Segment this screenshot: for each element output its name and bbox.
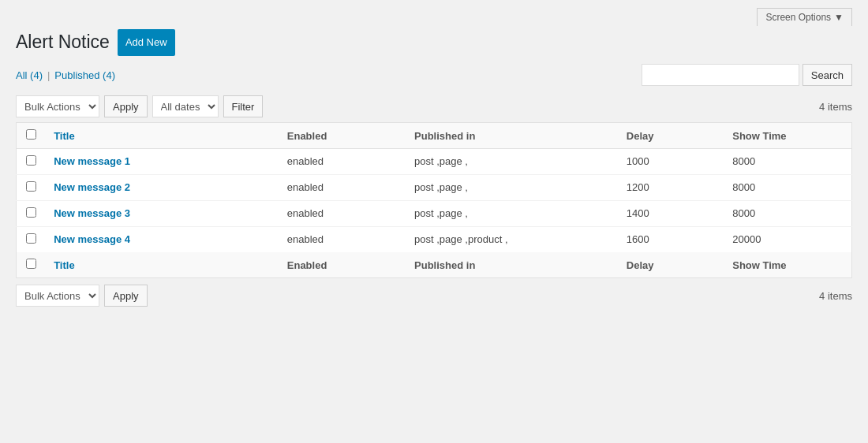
row-checkbox[interactable] [26,181,36,192]
table-row: New message 2 enabled post ,page , 1200 … [17,175,852,201]
page-header: Alert Notice Add New [16,29,852,56]
row-showtime-cell: 8000 [724,149,851,175]
row-published-cell: post ,page , [406,175,619,201]
row-delay-cell: 1400 [619,201,724,227]
screen-options-chevron: ▼ [834,12,844,23]
select-all-th-bottom [17,252,47,278]
select-all-checkbox-bottom[interactable] [26,259,36,269]
tablenav-top: Bulk Actions Apply All dates Filter 4 it… [16,95,852,117]
row-title-link[interactable]: New message 2 [54,181,130,193]
table-head-row: Title Enabled Published in Delay Show Ti… [17,123,852,149]
row-showtime-cell: 8000 [724,175,851,201]
filter-all-count: (4) [30,69,43,81]
filter-links: All (4) | Published (4) [16,69,115,81]
col-header-title: Title [46,123,279,149]
col-header-published-in: Published in [406,123,619,149]
row-title-link[interactable]: New message 4 [54,233,130,245]
filter-published-label: Published [54,69,99,81]
row-checkbox-cell [17,175,47,201]
row-delay-cell: 1200 [619,175,724,201]
select-all-checkbox[interactable] [26,129,36,140]
filter-all-label: All [16,69,27,81]
row-checkbox[interactable] [26,155,36,166]
col-header-show-time: Show Time [724,123,851,149]
row-published-cell: post ,page ,product , [406,227,619,253]
page-title: Alert Notice [16,31,110,54]
top-section: All (4) | Published (4) Search [16,64,852,92]
col-title-link[interactable]: Title [54,130,75,142]
items-count-top: 4 items [819,101,852,113]
search-box: Search [642,64,852,86]
col-footer-enabled: Enabled [279,252,406,278]
filter-button-top[interactable]: Filter [223,95,264,117]
tablenav-bottom: Bulk Actions Apply 4 items [16,285,852,307]
row-title-cell: New message 3 [46,201,279,227]
col-header-delay: Delay [619,123,724,149]
table-row: New message 3 enabled post ,page , 1400 … [17,201,852,227]
row-showtime-cell: 8000 [724,201,851,227]
col-footer-delay: Delay [619,252,724,278]
dates-select-top[interactable]: All dates [152,95,219,117]
col-footer-title: Title [46,252,279,278]
col-footer-show-time: Show Time [724,252,851,278]
row-delay-cell: 1000 [619,149,724,175]
table-head: Title Enabled Published in Delay Show Ti… [17,123,852,149]
col-header-enabled: Enabled [279,123,406,149]
select-all-th [17,123,47,149]
search-button[interactable]: Search [803,64,852,86]
row-checkbox[interactable] [26,207,36,218]
row-checkbox-cell [17,227,47,253]
row-title-cell: New message 2 [46,175,279,201]
table-body: New message 1 enabled post ,page , 1000 … [17,149,852,253]
tablenav-left-bottom: Bulk Actions Apply [16,285,148,307]
add-new-button[interactable]: Add New [118,29,175,56]
screen-options-button[interactable]: Screen Options ▼ [757,8,852,26]
row-enabled-cell: enabled [279,175,406,201]
row-published-cell: post ,page , [406,149,619,175]
filter-all-link[interactable]: All (4) [16,69,43,81]
search-input[interactable] [642,64,799,86]
row-title-link[interactable]: New message 1 [54,155,130,167]
table-foot: Title Enabled Published in Delay Show Ti… [17,252,852,278]
table-row: New message 1 enabled post ,page , 1000 … [17,149,852,175]
items-count-bottom: 4 items [819,290,852,302]
bulk-actions-select-top[interactable]: Bulk Actions [16,95,99,117]
col-footer-published-in: Published in [406,252,619,278]
table-row: New message 4 enabled post ,page ,produc… [17,227,852,253]
filter-published-count: (4) [103,69,115,81]
row-checkbox[interactable] [26,233,36,244]
tablenav-left-top: Bulk Actions Apply All dates Filter [16,95,263,117]
posts-table: Title Enabled Published in Delay Show Ti… [16,122,852,278]
row-checkbox-cell [17,149,47,175]
row-showtime-cell: 20000 [724,227,851,253]
row-title-cell: New message 1 [46,149,279,175]
row-enabled-cell: enabled [279,149,406,175]
row-delay-cell: 1600 [619,227,724,253]
screen-options-label: Screen Options [765,12,831,23]
apply-button-top[interactable]: Apply [104,95,148,117]
filter-separator: | [47,69,50,81]
row-enabled-cell: enabled [279,227,406,253]
row-title-link[interactable]: New message 3 [54,207,130,219]
table-foot-row: Title Enabled Published in Delay Show Ti… [17,252,852,278]
apply-button-bottom[interactable]: Apply [104,285,148,307]
filter-published-link[interactable]: Published (4) [54,69,115,81]
row-title-cell: New message 4 [46,227,279,253]
row-checkbox-cell [17,201,47,227]
col-title-footer-link[interactable]: Title [54,259,75,271]
row-enabled-cell: enabled [279,201,406,227]
bulk-actions-select-bottom[interactable]: Bulk Actions [16,285,99,307]
row-published-cell: post ,page , [406,201,619,227]
